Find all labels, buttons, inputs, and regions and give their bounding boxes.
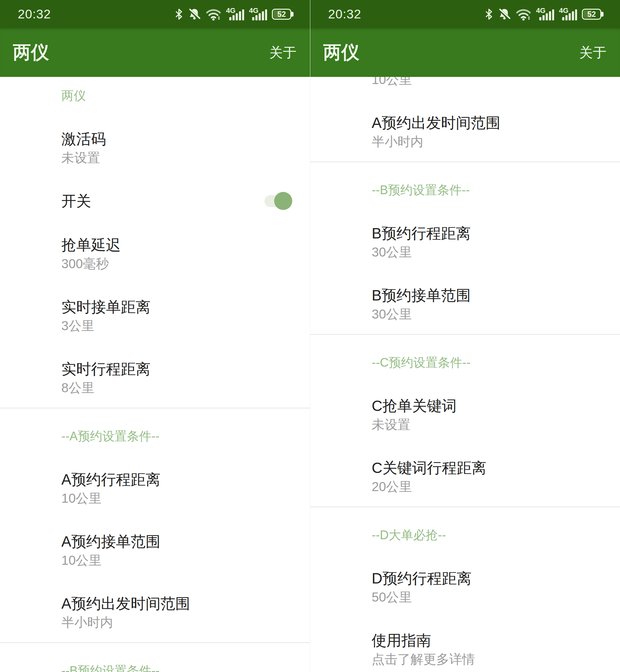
category-header: --A预约设置条件-- bbox=[61, 427, 291, 445]
setting-value: 8公里 bbox=[61, 379, 292, 397]
status-icons: 4G 4G bbox=[485, 7, 604, 21]
screenshot-panel-right: 20:32 4G bbox=[310, 0, 620, 672]
setting-item[interactable]: 实时接单距离3公里 bbox=[61, 273, 292, 335]
battery-icon: 52 bbox=[582, 9, 601, 20]
setting-title: C抢单关键词 bbox=[372, 396, 602, 416]
setting-value: 未设置 bbox=[372, 416, 602, 434]
screenshot-panel-left: 20:32 4G bbox=[0, 0, 310, 672]
setting-item[interactable]: 使用指南点击了解更多详情 bbox=[372, 606, 602, 668]
setting-title: 激活码 bbox=[61, 129, 292, 149]
setting-title: D预约行程距离 bbox=[372, 569, 602, 588]
setting-value: 3公里 bbox=[61, 317, 292, 335]
setting-title: A预约出发时间范围 bbox=[61, 594, 292, 613]
setting-item[interactable]: A预约行程距离10公里 bbox=[61, 445, 292, 507]
setting-value: 10公里 bbox=[61, 551, 292, 569]
settings-list: 10公里A预约出发时间范围半小时内--B预约设置条件--B预约行程距离30公里B… bbox=[310, 77, 620, 672]
battery-nub bbox=[601, 12, 604, 17]
category-header: --C预约设置条件-- bbox=[372, 353, 601, 372]
settings-list: 两仪激活码未设置开关抢单延迟300毫秒实时接单距离3公里实时行程距离8公里--A… bbox=[0, 77, 310, 672]
setting-value: 未设置 bbox=[61, 149, 292, 167]
app-bar: 两仪 关于 bbox=[310, 29, 620, 77]
setting-item[interactable]: A预约出发时间范围半小时内 bbox=[372, 89, 602, 151]
setting-item[interactable]: D预约行程距离50公里 bbox=[372, 544, 602, 606]
battery-icon: 52 bbox=[272, 9, 291, 20]
clock-time: 20:32 bbox=[328, 7, 361, 21]
toggle-switch[interactable] bbox=[264, 192, 292, 210]
section-divider bbox=[310, 334, 620, 335]
setting-title: 实时行程距离 bbox=[61, 359, 292, 379]
setting-title: A预约行程距离 bbox=[61, 470, 292, 489]
setting-item[interactable]: B预约行程距离30公里 bbox=[372, 199, 602, 261]
notifications-off-icon bbox=[498, 8, 511, 21]
battery-percent: 52 bbox=[587, 10, 596, 18]
app-title: 两仪 bbox=[323, 40, 359, 65]
toggle-thumb bbox=[274, 192, 292, 210]
bluetooth-icon bbox=[485, 8, 493, 21]
setting-title: 使用指南 bbox=[372, 631, 602, 650]
section-divider bbox=[0, 408, 310, 409]
battery-nub bbox=[291, 12, 294, 17]
category-header: --B预约设置条件-- bbox=[61, 662, 291, 672]
setting-title: 抢单延迟 bbox=[61, 235, 292, 254]
setting-value: 30公里 bbox=[372, 243, 602, 261]
section-divider bbox=[310, 161, 620, 162]
setting-value: 10公里 bbox=[372, 77, 602, 89]
setting-item[interactable]: C关键词行程距离20公里 bbox=[372, 434, 602, 495]
section-divider bbox=[310, 507, 620, 507]
setting-title: 实时接单距离 bbox=[61, 297, 292, 317]
wifi-icon bbox=[206, 8, 221, 21]
setting-item[interactable]: 抢单延迟300毫秒 bbox=[61, 211, 292, 273]
setting-item[interactable]: A预约出发时间范围半小时内 bbox=[61, 569, 292, 631]
setting-title: A预约出发时间范围 bbox=[372, 113, 602, 133]
setting-value: 20公里 bbox=[372, 478, 602, 495]
setting-value: 10公里 bbox=[61, 489, 292, 507]
setting-title: B预约接单范围 bbox=[372, 286, 602, 305]
setting-value: 半小时内 bbox=[61, 613, 292, 631]
app-bar: 两仪 关于 bbox=[0, 29, 310, 77]
setting-item[interactable]: B预约接单范围30公里 bbox=[372, 261, 602, 323]
setting-item[interactable]: A预约接单范围10公里 bbox=[61, 507, 292, 569]
category-header: --D大单必抢-- bbox=[372, 526, 601, 544]
category-header: 两仪 bbox=[61, 87, 291, 105]
about-menu-button[interactable]: 关于 bbox=[269, 44, 297, 62]
signal-4g-icon: 4G bbox=[249, 7, 267, 21]
about-menu-button[interactable]: 关于 bbox=[579, 44, 607, 62]
setting-item[interactable]: 实时行程距离8公里 bbox=[61, 335, 292, 397]
app-title: 两仪 bbox=[13, 40, 49, 65]
toggle-item[interactable]: 开关 bbox=[61, 167, 292, 211]
setting-value: 点击了解更多详情 bbox=[372, 650, 602, 668]
status-icons: 4G 4G bbox=[175, 7, 294, 21]
setting-value: 50公里 bbox=[372, 588, 602, 606]
category-header: --B预约设置条件-- bbox=[372, 181, 601, 199]
notifications-off-icon bbox=[188, 8, 201, 21]
clock-time: 20:32 bbox=[18, 7, 51, 21]
setting-title: 开关 bbox=[61, 191, 91, 211]
setting-item[interactable]: 10公里 bbox=[372, 77, 602, 89]
bluetooth-icon bbox=[175, 8, 183, 21]
status-bar: 20:32 4G bbox=[310, 0, 620, 29]
section-divider bbox=[0, 642, 310, 643]
setting-item[interactable]: 激活码未设置 bbox=[61, 105, 292, 167]
setting-value: 300毫秒 bbox=[61, 254, 292, 273]
setting-title: C关键词行程距离 bbox=[372, 458, 602, 478]
setting-title: B预约行程距离 bbox=[372, 224, 602, 243]
battery-percent: 52 bbox=[277, 10, 286, 18]
setting-title: A预约接单范围 bbox=[61, 532, 292, 551]
wifi-icon bbox=[516, 8, 531, 21]
setting-value: 半小时内 bbox=[372, 133, 602, 151]
setting-value: 30公里 bbox=[372, 305, 602, 323]
signal-4g-icon: 4G bbox=[559, 7, 577, 21]
setting-item[interactable]: C抢单关键词未设置 bbox=[372, 372, 602, 434]
status-bar: 20:32 4G bbox=[0, 0, 310, 29]
signal-4g-icon: 4G bbox=[536, 7, 554, 21]
signal-4g-icon: 4G bbox=[226, 7, 244, 21]
